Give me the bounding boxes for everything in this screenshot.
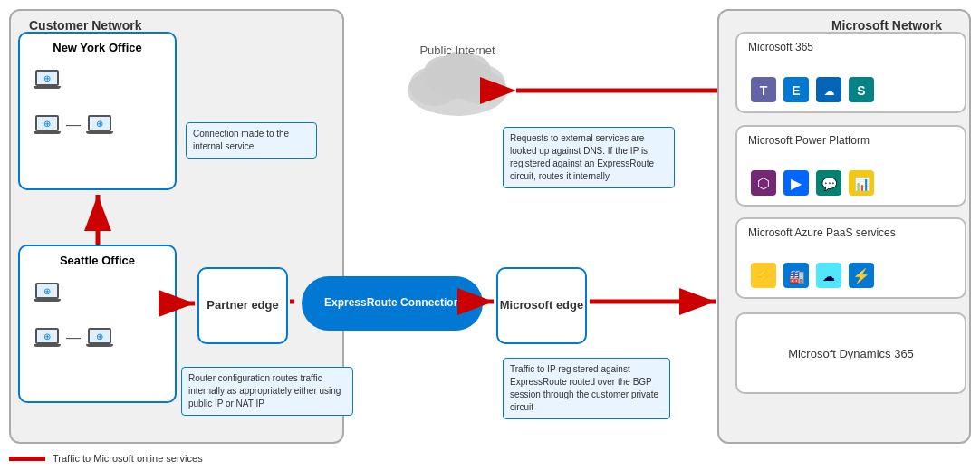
customer-network-label: Customer Network bbox=[29, 18, 141, 33]
ms365-box: Microsoft 365 T E ☁ S bbox=[735, 32, 966, 113]
ms365-icons: T E ☁ S bbox=[751, 77, 874, 102]
callout-router-config: Router configuration routes traffic inte… bbox=[181, 367, 353, 416]
azure-factory-icon: 🏭 bbox=[783, 263, 809, 288]
callout-traffic-ip: Traffic to IP registered against Express… bbox=[503, 358, 670, 419]
onedrive-icon: ☁ bbox=[816, 77, 841, 102]
legend: Traffic to Microsoft online services bbox=[9, 453, 203, 464]
laptop-icon-1: ⊕ bbox=[34, 70, 61, 89]
power-virtual-icon: 💬 bbox=[816, 170, 841, 196]
svg-text:⬡: ⬡ bbox=[757, 176, 770, 191]
exchange-icon: E bbox=[783, 77, 809, 102]
svg-text:E: E bbox=[792, 83, 800, 98]
laptop-icon-4: ⊕ bbox=[34, 283, 61, 302]
ms-azure-label: Microsoft Azure PaaS services bbox=[748, 226, 896, 239]
ny-office-box: New York Office ⊕ ⊕ — ⊕ bbox=[18, 32, 177, 190]
expressroute-label: ExpressRoute Connection bbox=[324, 296, 460, 311]
partner-edge-box: Partner edge bbox=[197, 267, 288, 344]
public-internet-container: Public Internet bbox=[389, 27, 525, 136]
seattle-laptop-row1: ⊕ bbox=[34, 283, 61, 302]
ny-laptop-row2: ⊕ — ⊕ bbox=[34, 115, 113, 134]
power-icons: ⬡ ▶ 💬 📊 bbox=[751, 170, 874, 196]
azure-bolt-icon: ⚡ bbox=[849, 263, 874, 288]
ms365-label: Microsoft 365 bbox=[748, 41, 813, 53]
azure-lightning-icon: ⚡ bbox=[751, 263, 776, 288]
diagram-container: Customer Network Microsoft Network New Y… bbox=[0, 0, 980, 471]
public-internet-label: Public Internet bbox=[389, 43, 525, 59]
svg-text:📊: 📊 bbox=[854, 177, 870, 192]
power-automate-icon: ▶ bbox=[783, 170, 809, 196]
svg-text:▶: ▶ bbox=[791, 176, 802, 191]
svg-text:⚡: ⚡ bbox=[754, 267, 773, 284]
expressroute-cylinder: ExpressRoute Connection bbox=[302, 276, 483, 331]
ms-power-box: Microsoft Power Platform ⬡ ▶ 💬 📊 bbox=[735, 125, 966, 207]
svg-text:☁: ☁ bbox=[824, 86, 834, 97]
power-bi-icon: 📊 bbox=[849, 170, 874, 196]
legend-label: Traffic to Microsoft online services bbox=[53, 453, 203, 464]
ny-office-label: New York Office bbox=[20, 41, 175, 54]
teams-icon: T bbox=[751, 77, 776, 102]
sharepoint-icon: S bbox=[849, 77, 874, 102]
power-apps-icon: ⬡ bbox=[751, 170, 776, 196]
legend-line bbox=[9, 457, 45, 461]
ms-edge-label: Microsoft edge bbox=[500, 298, 583, 313]
svg-text:⚡: ⚡ bbox=[852, 267, 870, 284]
svg-text:☁: ☁ bbox=[822, 269, 835, 284]
ms-edge-box: Microsoft edge bbox=[496, 267, 587, 344]
ms-dynamics-label: Microsoft Dynamics 365 bbox=[788, 347, 914, 360]
ms-network-label: Microsoft Network bbox=[831, 18, 942, 33]
svg-text:💬: 💬 bbox=[821, 177, 838, 192]
svg-text:S: S bbox=[857, 83, 865, 98]
ms-power-label: Microsoft Power Platform bbox=[748, 134, 870, 147]
ms-azure-box: Microsoft Azure PaaS services ⚡ 🏭 ☁ ⚡ bbox=[735, 217, 966, 299]
callout-connection-made: Connection made to the internal service bbox=[186, 122, 317, 159]
seattle-office-label: Seattle Office bbox=[20, 254, 175, 267]
seattle-office-box: Seattle Office ⊕ ⊕ — ⊕ bbox=[18, 245, 177, 403]
laptop-icon-5: ⊕ bbox=[34, 328, 61, 347]
ms-dynamics-box: Microsoft Dynamics 365 bbox=[735, 312, 966, 394]
azure-icons: ⚡ 🏭 ☁ ⚡ bbox=[751, 263, 874, 288]
seattle-laptop-row2: ⊕ — ⊕ bbox=[34, 328, 113, 347]
callout-requests-external: Requests to external services are looked… bbox=[503, 127, 675, 188]
expressroute-box: ExpressRoute Connection bbox=[297, 267, 487, 340]
partner-edge-label: Partner edge bbox=[207, 298, 278, 313]
laptop-icon-2: ⊕ bbox=[34, 115, 61, 134]
laptop-icon-3: ⊕ bbox=[86, 115, 113, 134]
svg-text:🏭: 🏭 bbox=[789, 269, 805, 284]
laptop-icon-6: ⊕ bbox=[86, 328, 113, 347]
azure-cloud-icon: ☁ bbox=[816, 263, 841, 288]
ny-laptop-row1: ⊕ bbox=[34, 70, 61, 89]
svg-text:T: T bbox=[760, 83, 768, 98]
